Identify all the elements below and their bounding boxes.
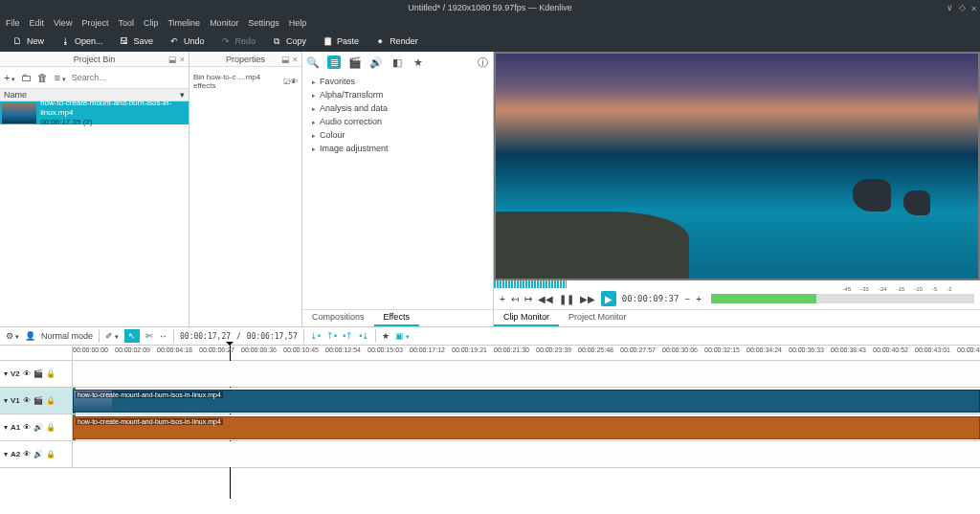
audio-clip[interactable]: how-to-create-mount-and-burn-isos-in-lin… (73, 416, 980, 439)
project-bin-tab[interactable]: Project Bin⬓ × (0, 52, 189, 67)
checkbox-icon[interactable]: ☑ (283, 78, 290, 86)
tab-project-monitor[interactable]: Project Monitor (559, 310, 636, 326)
track-lane-a1[interactable]: how-to-create-mount-and-burn-isos-in-lin… (73, 414, 980, 440)
info-icon[interactable]: ⓘ (476, 56, 489, 69)
track-lane-v2[interactable] (73, 361, 980, 387)
menu-edit[interactable]: Edit (30, 18, 45, 28)
list-view-icon[interactable]: ≣ (327, 56, 341, 69)
video-icon[interactable]: 🎬 (33, 396, 43, 405)
edit-mode-label[interactable]: Normal mode (41, 331, 93, 341)
video-clip[interactable]: how-to-create-mount-and-burn-isos-in-lin… (73, 390, 980, 413)
zoom-out-icon[interactable]: − (684, 294, 690, 304)
lock-icon[interactable]: 🔒 (46, 423, 56, 432)
rewind-icon[interactable]: ◀◀ (538, 294, 553, 304)
timeline-position[interactable]: 00:00:17,27 (180, 332, 231, 341)
overwrite-icon[interactable]: ⤓• (310, 331, 321, 341)
open-button[interactable]: ⭳Open... (54, 34, 109, 49)
audio-icon[interactable]: 🔊 (33, 423, 43, 432)
favorites-icon[interactable]: ★ (412, 56, 425, 69)
maximize-icon[interactable]: ◇ (959, 3, 966, 13)
timeline-ruler[interactable]: 00:00:00:0000:00:02:0900:00:04:1800:00:0… (0, 346, 980, 361)
bin-item[interactable]: how-to-create-mount-and-burn-isos-in-lin… (0, 101, 189, 124)
custom-effects-icon[interactable]: ◧ (390, 56, 404, 69)
menu-help[interactable]: Help (289, 18, 307, 28)
close-icon[interactable]: ⨉ (971, 3, 976, 13)
menu-monitor[interactable]: Monitor (210, 18, 238, 28)
menu-project[interactable]: Project (81, 18, 108, 28)
monitor-timecode[interactable]: 00:00:09:37 (622, 294, 679, 303)
bin-view-icon[interactable]: ≡ (54, 72, 65, 83)
effect-category[interactable]: Audio correction (302, 115, 493, 128)
zoom-in-icon[interactable]: + (696, 294, 702, 304)
effects-panel: 🔍 ≣ 🎬 🔊 ◧ ★ ⓘ Favorites Alpha/Transform … (302, 52, 494, 326)
extract-icon[interactable]: •⤒ (343, 331, 353, 341)
tab-effects[interactable]: Effects (374, 310, 419, 326)
menu-view[interactable]: View (54, 18, 72, 28)
add-clip-button[interactable]: + (4, 72, 15, 83)
track-head-v1[interactable]: ▾ V1 👁🎬🔒 (0, 388, 73, 413)
effect-category[interactable]: Analysis and data (302, 101, 493, 115)
bin-search-input[interactable] (72, 73, 185, 82)
zone-in-icon[interactable]: + (500, 294, 505, 304)
monitor-canvas[interactable] (494, 52, 980, 280)
insert-icon[interactable]: ⤒• (326, 331, 337, 341)
new-folder-icon[interactable]: 🗀 (21, 72, 32, 83)
preview-render-icon[interactable]: ▣ (395, 331, 410, 341)
timeline-settings-icon[interactable]: ⚙ (6, 331, 19, 341)
pause-icon[interactable]: ❚❚ (559, 294, 574, 304)
track-head-a1[interactable]: ▾ A1 👁🔊🔒 (0, 414, 73, 440)
mute-icon[interactable]: 👁 (23, 396, 31, 405)
menu-file[interactable]: File (6, 18, 20, 28)
tab-clip-monitor[interactable]: Clip Monitor (494, 310, 559, 326)
track-compositing-icon[interactable]: 👤 (25, 331, 35, 341)
lock-icon[interactable]: 🔒 (46, 396, 56, 405)
track-lane-a2[interactable] (73, 441, 980, 467)
effect-category[interactable]: Alpha/Transform (302, 88, 493, 101)
razor-tool-icon[interactable]: ✄ (145, 331, 153, 341)
track-head-a2[interactable]: ▾ A2 👁🔊🔒 (0, 441, 73, 467)
properties-tab[interactable]: Properties⬓ × (189, 52, 301, 67)
menu-clip[interactable]: Clip (144, 18, 159, 28)
mute-icon[interactable]: 👁 (23, 450, 31, 458)
menu-tool[interactable]: Tool (118, 18, 134, 28)
audio-effects-icon[interactable]: 🔊 (369, 56, 383, 69)
paste-button[interactable]: 📋Paste (316, 34, 365, 49)
save-icon: 🖫 (119, 35, 130, 47)
lock-icon[interactable]: 🔒 (46, 450, 56, 458)
lift-icon[interactable]: •⤓ (359, 331, 369, 341)
tab-compositions[interactable]: Compositions (302, 310, 374, 326)
tool-dropdown-icon[interactable]: ✐ (105, 331, 119, 341)
audio-icon[interactable]: 🔊 (33, 450, 43, 458)
undo-button[interactable]: ↶Undo (163, 34, 211, 49)
menu-timeline[interactable]: Timeline (167, 18, 200, 28)
effect-category[interactable]: Favorites (302, 75, 493, 88)
spacer-tool-icon[interactable]: ↔ (159, 331, 167, 341)
go-start-icon[interactable]: ↤ (511, 294, 519, 304)
play-button[interactable]: ▶ (601, 291, 616, 306)
search-icon[interactable]: 🔍 (306, 56, 320, 69)
track-head-v2[interactable]: ▾ V2 👁🎬🔒 (0, 361, 73, 387)
redo-button[interactable]: ↷Redo (214, 34, 262, 49)
effect-category[interactable]: Image adjustment (302, 142, 493, 155)
track-lane-v1[interactable]: how-to-create-mount-and-burn-isos-in-lin… (73, 388, 980, 413)
favorite-effects-icon[interactable]: ★ (382, 331, 390, 341)
visibility-icon[interactable]: 👁 (290, 78, 298, 86)
mute-icon[interactable]: 👁 (23, 423, 31, 432)
menu-settings[interactable]: Settings (248, 18, 279, 28)
panel-undock-icon[interactable]: ⬓ × (168, 55, 185, 64)
render-button[interactable]: ●Render (368, 34, 424, 49)
mute-icon[interactable]: 👁 (23, 369, 31, 378)
video-icon[interactable]: 🎬 (33, 369, 43, 378)
minimize-icon[interactable]: ∨ (947, 3, 953, 13)
go-end-icon[interactable]: ↦ (524, 294, 532, 304)
forward-icon[interactable]: ▶▶ (580, 294, 595, 304)
lock-icon[interactable]: 🔒 (46, 369, 56, 378)
new-button[interactable]: 🗋New (6, 34, 50, 49)
effect-category[interactable]: Colour (302, 128, 493, 142)
video-effects-icon[interactable]: 🎬 (348, 56, 362, 69)
delete-clip-icon[interactable]: 🗑 (37, 72, 48, 83)
save-button[interactable]: 🖫Save (113, 34, 160, 49)
copy-button[interactable]: ⧉Copy (265, 34, 312, 49)
selection-tool-icon[interactable]: ↖ (124, 329, 140, 343)
panel-undock-icon[interactable]: ⬓ × (281, 55, 298, 64)
